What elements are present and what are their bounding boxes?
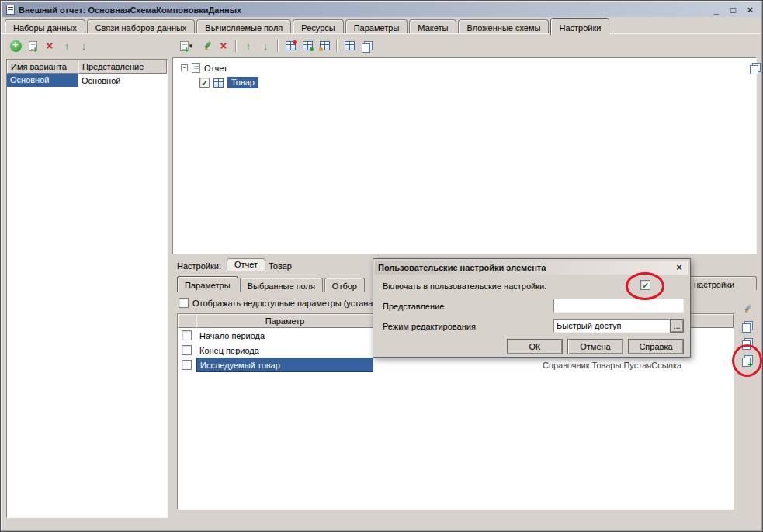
tree-expander-icon[interactable]: - [181, 64, 188, 71]
param-value-cell[interactable]: Справочник.Товары.ПустаяСсылка [543, 361, 681, 370]
edit-mode-label: Режим редактирования [383, 322, 476, 331]
down-arrow-icon: ↓ [263, 40, 269, 52]
presentation-input[interactable] [553, 299, 684, 313]
up-arrow-icon: ↑ [246, 40, 251, 52]
tab-nested-schemas[interactable]: Вложенные схемы [458, 19, 549, 34]
move-node-down-button[interactable]: ↓ [258, 38, 273, 54]
help-button[interactable]: Справка [628, 339, 684, 354]
tab-settings-parameters[interactable]: Параметры [177, 276, 238, 292]
variants-toolbar: + + × ↑ ↓ [8, 38, 92, 54]
show-unavailable-label: Отображать недоступные параметры (устана… [192, 299, 377, 308]
variant-row[interactable]: Основной Основной [7, 74, 167, 87]
maximize-button[interactable]: □ [727, 4, 740, 16]
output-parameters-button[interactable] [342, 38, 357, 54]
annotation-ellipse-checkbox [626, 272, 664, 300]
add-node-button[interactable]: + ▾ [175, 38, 197, 54]
main-tabstrip: Наборы данных Связи наборов данных Вычис… [5, 19, 609, 34]
save-values-button[interactable] [739, 318, 754, 333]
settings-designer-button[interactable] [283, 38, 298, 54]
move-variant-up-button[interactable]: ↑ [59, 38, 75, 54]
toolbar-separator [336, 40, 338, 52]
tab-parameters[interactable]: Параметры [345, 19, 408, 34]
variant-presentation-column-header[interactable]: Представление [78, 60, 167, 74]
variant-name-cell[interactable]: Основной [7, 74, 78, 87]
add-variant-button[interactable]: + [8, 38, 23, 54]
dialog-close-button[interactable]: × [673, 262, 685, 273]
toolbar-separator [235, 40, 237, 52]
variants-table: Имя варианта Представление Основной Осно… [6, 59, 168, 518]
report-node-icon [192, 63, 200, 73]
edit-mode-ellipsis-button[interactable]: ... [670, 319, 684, 333]
up-arrow-icon: ↑ [64, 40, 70, 52]
variant-name-column-header[interactable]: Имя варианта [7, 60, 78, 74]
tab-resources[interactable]: Ресурсы [293, 19, 343, 34]
designer-icon [286, 41, 296, 50]
minimize-button[interactable]: _ [709, 4, 723, 16]
show-unavailable-checkbox[interactable] [179, 298, 189, 308]
param-name-cell-selected[interactable]: Исследуемый товар [196, 358, 373, 372]
tab-calculated-fields[interactable]: Вычисляемые поля [196, 19, 291, 34]
delete-x-icon: × [47, 40, 54, 51]
grid-icon [345, 41, 355, 50]
structure-grid-icon [320, 41, 330, 50]
move-into-structure-button[interactable] [317, 38, 332, 54]
move-variant-down-button[interactable]: ↓ [76, 38, 92, 54]
param-name-cell[interactable]: Конец периода [196, 343, 373, 358]
param-checkbox[interactable] [182, 330, 192, 340]
include-checkbox-label: Включать в пользовательские настройки: [383, 282, 546, 291]
tab-templates[interactable]: Макеты [409, 19, 456, 34]
window-icon [6, 5, 15, 15]
report-breadcrumb-chip[interactable]: Отчет [227, 258, 265, 271]
structure-tree: - Отчет ✓ Товар [172, 57, 757, 254]
settings-label: Настройки: [177, 261, 221, 271]
edit-mode-input[interactable] [553, 319, 670, 333]
tab-selected-fields[interactable]: Выбранные поля [240, 278, 323, 292]
tovar-breadcrumb-label[interactable]: Товар [269, 261, 292, 271]
check-grid-icon [303, 41, 313, 50]
param-name-cell[interactable]: Начало периода [196, 328, 373, 343]
check-settings-button[interactable] [300, 38, 315, 54]
node-checkbox[interactable]: ✓ [199, 78, 210, 88]
move-node-up-button[interactable]: ↑ [241, 38, 256, 54]
ok-button[interactable]: ОК [507, 339, 563, 354]
toolbar-separator [277, 40, 279, 52]
tovar-tree-node[interactable]: ✓ Товар [173, 73, 756, 88]
cancel-button[interactable]: Отмена [567, 339, 623, 354]
page-plus-icon: + [29, 41, 37, 51]
tab-data-sets[interactable]: Наборы данных [5, 19, 85, 34]
copy-variant-button[interactable]: + [25, 38, 40, 54]
conditional-appearance-button[interactable] [359, 38, 374, 54]
tab-settings[interactable]: Настройки [550, 18, 609, 35]
structure-toolbar: + ▾ × ↑ ↓ [175, 38, 374, 54]
dropdown-arrow-icon: ▾ [189, 42, 193, 50]
edit-parameter-button[interactable] [739, 301, 754, 316]
param-checkbox[interactable] [182, 345, 192, 355]
pencil-icon [740, 302, 753, 315]
titlebar[interactable]: Внешний отчет: ОсновнаяСхемаКомпоновкиДа… [2, 2, 761, 17]
window-title: Внешний отчет: ОсновнаяСхемаКомпоновкиДа… [19, 5, 706, 15]
param-checkbox[interactable] [182, 360, 192, 370]
table-node-icon [213, 78, 224, 88]
report-tree-node[interactable]: - Отчет [173, 58, 756, 73]
add-node-icon: + [180, 41, 189, 51]
delete-node-button[interactable]: × [216, 38, 231, 54]
close-button[interactable]: × [744, 4, 757, 16]
tab-data-set-links[interactable]: Связи наборов данных [87, 19, 196, 34]
pencil-icon [200, 40, 213, 52]
annotation-ellipse-button [732, 344, 762, 377]
layered-grid-icon [362, 41, 371, 51]
tab-user-settings-fragment[interactable]: настройки [686, 276, 757, 290]
delete-variant-button[interactable]: × [42, 38, 57, 54]
tovar-node-label[interactable]: Товар [227, 77, 258, 88]
presentation-label: Представление [383, 302, 444, 311]
settings-tabstrip: Параметры Выбранные поля Отбор [177, 276, 365, 292]
edit-node-button[interactable] [199, 38, 214, 54]
plus-circle-icon: + [10, 40, 22, 52]
down-arrow-icon: ↓ [82, 40, 87, 52]
tab-filter[interactable]: Отбор [324, 278, 365, 292]
application-window: Внешний отчет: ОсновнаяСхемаКомпоновкиДа… [0, 0, 763, 532]
variant-presentation-cell[interactable]: Основной [78, 74, 123, 87]
param-column-header[interactable]: Параметр [196, 314, 373, 328]
parameter-row[interactable]: Исследуемый товар Справочник.Товары.Пуст… [178, 358, 734, 372]
report-node-label[interactable]: Отчет [204, 64, 227, 73]
